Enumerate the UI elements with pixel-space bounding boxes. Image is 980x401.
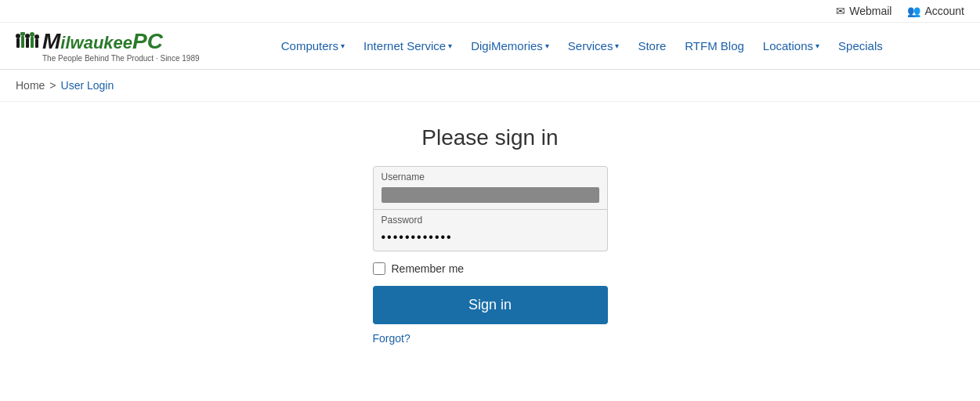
svg-rect-6 [31, 37, 34, 48]
svg-rect-8 [35, 39, 38, 48]
nav-locations-label: Locations [763, 39, 813, 52]
digimemories-dropdown-icon: ▾ [545, 42, 549, 50]
password-group: Password [373, 210, 608, 251]
username-group: Username [373, 166, 608, 210]
breadcrumb: Home > User Login [0, 70, 980, 102]
nav-specials-label: Specials [838, 39, 883, 52]
mail-icon: ✉ [836, 5, 845, 17]
breadcrumb-separator: > [49, 79, 56, 92]
svg-point-5 [25, 34, 30, 38]
forgot-link[interactable]: Forgot? [373, 332, 410, 345]
breadcrumb-current-page[interactable]: User Login [61, 79, 114, 92]
nav-computers[interactable]: Computers ▾ [273, 33, 353, 59]
remember-me-text: Remember me [392, 262, 465, 275]
login-form: Username Password Remember me Sign in Fo… [373, 166, 608, 345]
account-link[interactable]: 👥 Account [907, 5, 964, 17]
password-label: Password [374, 210, 607, 227]
main-content: Please sign in Username Password Remembe… [0, 102, 980, 368]
password-input[interactable] [374, 227, 607, 251]
nav-specials[interactable]: Specials [830, 33, 891, 59]
nav-computers-label: Computers [281, 39, 338, 52]
account-icon: 👥 [907, 5, 920, 17]
logo-tagline: The People Behind The Product · Since 19… [42, 54, 200, 63]
header: M ilwaukee PC The People Behind The Prod… [0, 23, 980, 70]
sign-in-button[interactable]: Sign in [373, 286, 608, 324]
nav-rtfm-blog[interactable]: RTFM Blog [677, 33, 752, 59]
remember-me-label[interactable]: Remember me [373, 262, 608, 275]
top-bar: ✉ Webmail 👥 Account [0, 0, 980, 23]
services-dropdown-icon: ▾ [615, 42, 619, 50]
nav-store-label: Store [638, 39, 666, 52]
nav-internet-service[interactable]: Internet Service ▾ [356, 33, 460, 59]
computers-dropdown-icon: ▾ [341, 42, 345, 50]
nav-store[interactable]: Store [630, 33, 674, 59]
locations-dropdown-icon: ▾ [815, 42, 819, 50]
nav-digimemories[interactable]: DigiMemories ▾ [463, 33, 557, 59]
username-label: Username [374, 167, 607, 184]
remember-me-checkbox[interactable] [373, 262, 385, 275]
main-nav: Computers ▾ Internet Service ▾ DigiMemor… [200, 33, 964, 59]
username-filled-indicator [382, 187, 599, 203]
svg-rect-0 [16, 38, 20, 48]
nav-services-label: Services [568, 39, 613, 52]
svg-rect-4 [26, 38, 29, 48]
webmail-link[interactable]: ✉ Webmail [836, 5, 891, 17]
svg-point-9 [34, 34, 39, 39]
svg-point-7 [30, 32, 34, 37]
svg-point-1 [16, 34, 20, 38]
svg-rect-2 [21, 36, 24, 48]
svg-point-3 [20, 32, 25, 36]
sign-in-title: Please sign in [421, 125, 558, 150]
logo[interactable]: M ilwaukee PC The People Behind The Prod… [16, 29, 200, 63]
nav-internet-service-label: Internet Service [363, 39, 446, 52]
account-label: Account [924, 5, 964, 17]
webmail-label: Webmail [849, 5, 891, 17]
nav-locations[interactable]: Locations ▾ [755, 33, 827, 59]
internet-service-dropdown-icon: ▾ [448, 42, 452, 50]
nav-services[interactable]: Services ▾ [560, 33, 627, 59]
nav-rtfm-blog-label: RTFM Blog [685, 39, 744, 52]
nav-digimemories-label: DigiMemories [471, 39, 543, 52]
logo-people-icon [16, 32, 39, 60]
breadcrumb-home[interactable]: Home [16, 79, 45, 92]
